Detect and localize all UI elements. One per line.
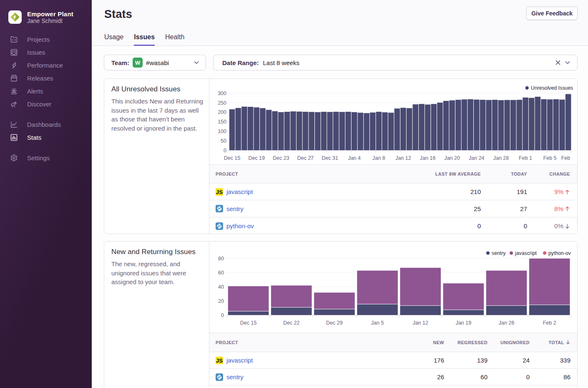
svg-text:20: 20 (218, 298, 224, 304)
svg-text:Jan 12: Jan 12 (412, 320, 428, 326)
svg-text:300: 300 (218, 91, 226, 96)
svg-text:Jan 8: Jan 8 (372, 155, 385, 161)
svg-text:40: 40 (218, 284, 224, 290)
svg-text:JS: JS (216, 189, 223, 195)
svg-text:Jan 26: Jan 26 (499, 320, 515, 326)
svg-text:Dec 22: Dec 22 (283, 320, 300, 326)
svg-text:Dec 15: Dec 15 (240, 320, 257, 326)
svg-text:Dec 27: Dec 27 (297, 155, 314, 161)
svg-text:0: 0 (224, 148, 226, 154)
svg-text:sentry: sentry (492, 250, 506, 256)
svg-text:Jan 20: Jan 20 (444, 155, 460, 161)
svg-text:Jan 12: Jan 12 (395, 155, 411, 161)
svg-text:Jan 16: Jan 16 (420, 155, 436, 161)
svg-text:Feb 2: Feb 2 (543, 320, 556, 326)
svg-text:Dec 31: Dec 31 (322, 155, 338, 161)
svg-text:Dec 19: Dec 19 (248, 155, 265, 161)
svg-text:Dec 15: Dec 15 (224, 155, 241, 161)
svg-text:Jan 19: Jan 19 (456, 320, 472, 326)
svg-text:JS: JS (216, 358, 223, 364)
svg-text:Jan 28: Jan 28 (493, 155, 509, 161)
svg-text:Feb: Feb (561, 155, 570, 161)
svg-text:Jan 5: Jan 5 (371, 320, 384, 326)
svg-text:javascript: javascript (515, 250, 537, 256)
svg-text:Jan 4: Jan 4 (348, 155, 361, 161)
svg-text:100: 100 (218, 128, 226, 134)
svg-text:80: 80 (218, 256, 224, 262)
svg-text:Feb 1: Feb 1 (519, 155, 532, 161)
svg-text:Jan 24: Jan 24 (469, 155, 485, 161)
svg-text:Dec 23: Dec 23 (273, 155, 289, 161)
svg-text:250: 250 (218, 100, 226, 106)
svg-text:Feb 5: Feb 5 (543, 155, 557, 161)
svg-text:0: 0 (221, 312, 224, 318)
svg-text:200: 200 (218, 109, 226, 115)
svg-text:Unresolved Issues: Unresolved Issues (531, 85, 573, 91)
svg-text:50: 50 (221, 138, 226, 144)
svg-text:Dec 29: Dec 29 (326, 320, 343, 326)
svg-text:python-ov: python-ov (548, 250, 571, 256)
svg-text:60: 60 (218, 270, 224, 276)
svg-text:150: 150 (218, 119, 226, 125)
